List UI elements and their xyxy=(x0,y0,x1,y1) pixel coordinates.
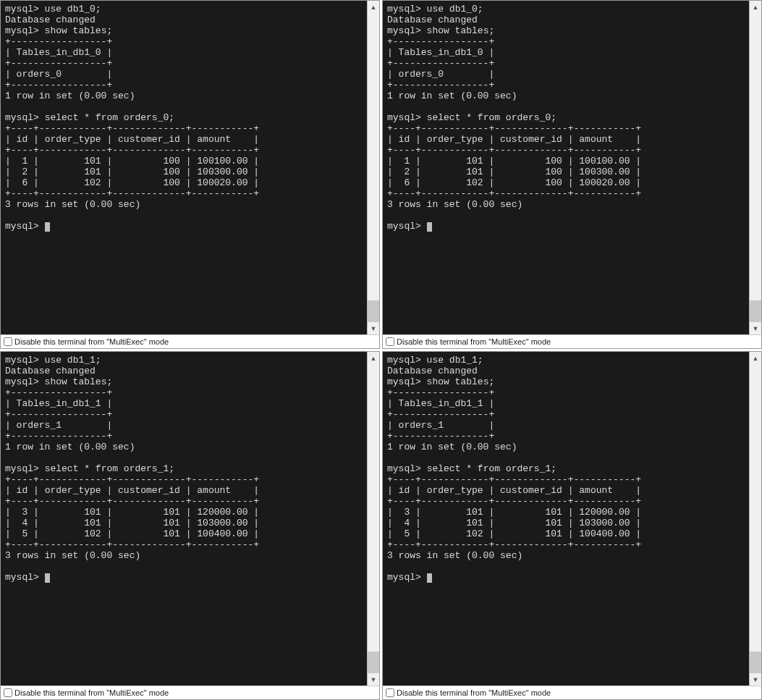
select-stmt: select * from orders_1; xyxy=(45,463,174,474)
cell: 101 xyxy=(545,507,562,518)
pane-footer: Disable this terminal from "MultiExec" m… xyxy=(383,686,761,699)
cell: 101 xyxy=(545,518,562,528)
cell: 4 xyxy=(404,518,410,528)
tables-header: Tables_in_db1_1 xyxy=(399,398,483,409)
scroll-up-icon[interactable]: ▲ xyxy=(368,1,379,13)
cursor-icon xyxy=(45,222,50,232)
col-customerid: customer_id xyxy=(500,134,562,145)
scroll-down-icon[interactable]: ▼ xyxy=(750,322,761,334)
col-customerid: customer_id xyxy=(118,485,180,496)
prompt: mysql> xyxy=(5,221,39,232)
result-footer: 3 rows in set (0.00 sec) xyxy=(5,199,140,210)
prompt: mysql> xyxy=(387,572,421,583)
prompt: mysql> xyxy=(387,4,421,14)
scroll-track[interactable] xyxy=(368,13,379,322)
prompt: mysql> xyxy=(387,221,421,232)
pane-footer: Disable this terminal from "MultiExec" m… xyxy=(1,686,379,699)
vertical-scrollbar[interactable]: ▲ ▼ xyxy=(749,352,761,686)
cell: 6 xyxy=(22,177,27,188)
cell: 100400.00 xyxy=(579,528,630,539)
disable-multiexec-checkbox[interactable] xyxy=(386,688,394,697)
cell: 1 xyxy=(404,156,410,166)
scroll-up-icon[interactable]: ▲ xyxy=(750,1,761,13)
select-stmt: select * from orders_0; xyxy=(427,112,556,123)
scroll-thumb[interactable] xyxy=(368,651,379,673)
scroll-thumb[interactable] xyxy=(750,300,761,322)
terminal-output[interactable]: mysql> use db1_1; Database changed mysql… xyxy=(1,352,367,686)
result-footer: 1 row in set (0.00 sec) xyxy=(387,442,517,452)
table-name: orders_1 xyxy=(399,420,444,431)
terminal-output[interactable]: mysql> use db1_1; Database changed mysql… xyxy=(383,352,749,686)
cell: 100300.00 xyxy=(197,166,247,177)
result-footer: 3 rows in set (0.00 sec) xyxy=(387,550,522,561)
cursor-icon xyxy=(45,573,50,583)
col-ordertype: order_type xyxy=(45,485,101,496)
col-amount: amount xyxy=(197,485,231,496)
cell: 100 xyxy=(163,177,179,188)
scroll-track[interactable] xyxy=(750,364,761,673)
cell: 101 xyxy=(84,518,101,528)
disable-multiexec-checkbox[interactable] xyxy=(4,688,12,697)
table-name: orders_1 xyxy=(17,420,62,431)
table-name: orders_0 xyxy=(399,69,444,80)
cell: 100020.00 xyxy=(197,177,247,188)
col-id: id xyxy=(399,485,410,496)
cell: 100 xyxy=(545,166,562,177)
cell: 100 xyxy=(163,156,179,166)
vertical-scrollbar[interactable]: ▲ ▼ xyxy=(367,352,379,686)
cell: 101 xyxy=(163,528,179,539)
cell: 120000.00 xyxy=(579,507,630,518)
disable-multiexec-label: Disable this terminal from "MultiExec" m… xyxy=(397,688,551,697)
cell: 2 xyxy=(22,166,27,177)
result-footer: 3 rows in set (0.00 sec) xyxy=(387,199,522,210)
cell: 6 xyxy=(404,177,410,188)
terminal-pane: mysql> use db1_0; Database changed mysql… xyxy=(382,0,762,349)
pane-footer: Disable this terminal from "MultiExec" m… xyxy=(1,334,379,348)
cell: 4 xyxy=(22,518,27,528)
cell: 2 xyxy=(404,166,410,177)
col-ordertype: order_type xyxy=(427,485,483,496)
vertical-scrollbar[interactable]: ▲ ▼ xyxy=(749,1,761,334)
scroll-down-icon[interactable]: ▼ xyxy=(368,322,379,334)
scroll-down-icon[interactable]: ▼ xyxy=(368,673,379,686)
scroll-thumb[interactable] xyxy=(368,300,379,322)
cell: 100100.00 xyxy=(197,156,247,166)
col-amount: amount xyxy=(197,134,231,145)
cell: 101 xyxy=(466,507,483,518)
cell: 103000.00 xyxy=(579,518,630,528)
disable-multiexec-checkbox[interactable] xyxy=(386,337,394,346)
scroll-down-icon[interactable]: ▼ xyxy=(750,673,761,686)
scroll-thumb[interactable] xyxy=(750,651,761,673)
tables-header: Tables_in_db1_0 xyxy=(17,47,101,58)
disable-multiexec-label: Disable this terminal from "MultiExec" m… xyxy=(14,688,169,697)
scroll-track[interactable] xyxy=(750,13,761,322)
prompt: mysql> xyxy=(5,112,39,123)
table-name: orders_0 xyxy=(17,69,62,80)
result-footer: 3 rows in set (0.00 sec) xyxy=(5,550,140,561)
cursor-icon xyxy=(427,222,432,232)
terminal-output[interactable]: mysql> use db1_0; Database changed mysql… xyxy=(383,1,749,334)
prompt: mysql> xyxy=(387,376,421,387)
cell: 101 xyxy=(163,507,179,518)
cell: 100 xyxy=(163,166,179,177)
scroll-track[interactable] xyxy=(368,364,379,673)
col-id: id xyxy=(17,134,28,145)
cell: 102 xyxy=(84,528,101,539)
db-name: db1_1 xyxy=(67,355,96,366)
col-id: id xyxy=(17,485,28,496)
cell: 100 xyxy=(545,177,562,188)
prompt: mysql> xyxy=(387,355,421,366)
cell: 100400.00 xyxy=(197,528,247,539)
cell: 101 xyxy=(466,518,483,528)
terminal-output[interactable]: mysql> use db1_0; Database changed mysql… xyxy=(1,1,367,334)
terminal-pane: mysql> use db1_1; Database changed mysql… xyxy=(382,351,762,700)
cell: 120000.00 xyxy=(197,507,247,518)
disable-multiexec-checkbox[interactable] xyxy=(4,337,12,346)
cell: 3 xyxy=(404,507,410,518)
scroll-up-icon[interactable]: ▲ xyxy=(750,352,761,364)
vertical-scrollbar[interactable]: ▲ ▼ xyxy=(367,1,379,334)
cell: 101 xyxy=(545,528,562,539)
col-amount: amount xyxy=(579,134,613,145)
scroll-up-icon[interactable]: ▲ xyxy=(368,352,379,364)
cell: 101 xyxy=(466,166,483,177)
